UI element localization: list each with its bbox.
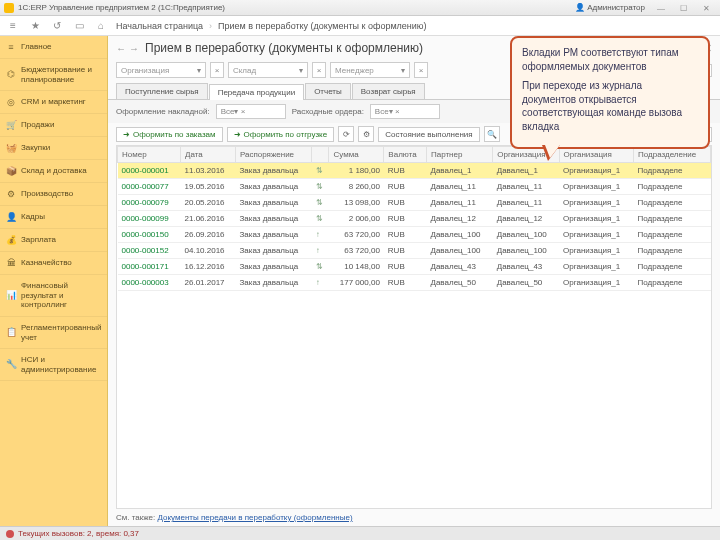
col-header[interactable]: Номер (118, 147, 181, 163)
action-by-orders[interactable]: ➜Оформить по заказам (116, 127, 223, 142)
footer-link[interactable]: Документы передачи в переработку (оформл… (158, 513, 353, 522)
sidebar: ≡Главное⌬Бюджетирование и планирование◎C… (0, 36, 108, 526)
tab-2[interactable]: Отчеты (305, 83, 351, 99)
sidebar-item-11[interactable]: 📋Регламентированный учет (0, 317, 107, 349)
maximize-button[interactable]: ☐ (673, 4, 693, 13)
main-toolbar: ≡ ★ ↺ ▭ ⌂ Начальная страница › Прием в п… (0, 16, 720, 36)
footer-link-row: См. также: Документы передачи в перерабо… (108, 509, 720, 526)
table-row[interactable]: 0000-00000111.03.2016Заказ давальца⇅1 18… (118, 163, 711, 179)
back-icon[interactable]: ← (116, 43, 126, 54)
subfilter-label1: Оформление накладной: (116, 107, 210, 116)
breadcrumb-sep: › (209, 21, 212, 31)
sidebar-icon: ⚙ (6, 189, 16, 199)
sidebar-label: Регламентированный учет (21, 323, 101, 342)
sidebar-label: Финансовый результат и контроллинг (21, 281, 101, 310)
table-row[interactable]: 0000-00015026.09.2016Заказ давальца↑63 7… (118, 227, 711, 243)
star-icon[interactable]: ★ (28, 19, 42, 33)
tab-3[interactable]: Возврат сырья (352, 83, 425, 99)
filter-mgr-clear[interactable]: × (414, 62, 428, 78)
grid[interactable]: НомерДатаРаспоряжениеСуммаВалютаПартнерО… (116, 145, 712, 509)
home-icon[interactable]: ⌂ (94, 19, 108, 33)
table-row[interactable]: 0000-00007719.05.2016Заказ давальца⇅8 26… (118, 179, 711, 195)
sidebar-item-8[interactable]: 💰Зарплата (0, 229, 107, 252)
refresh-icon[interactable]: ⟳ (338, 126, 354, 142)
sidebar-item-12[interactable]: 🔧НСИ и администрирование (0, 349, 107, 381)
action-by-shipment[interactable]: ➜Оформить по отгрузке (227, 127, 335, 142)
sidebar-item-5[interactable]: 📦Склад и доставка (0, 160, 107, 183)
subfilter-order[interactable]: Все ▾ × (370, 104, 440, 119)
doc-icon[interactable]: ▭ (72, 19, 86, 33)
subfilter-label2: Расходные ордера: (292, 107, 364, 116)
sidebar-item-0[interactable]: ≡Главное (0, 36, 107, 59)
arrow-icon: ➜ (234, 130, 241, 139)
filter-org[interactable]: Организация▾ (116, 62, 206, 78)
sidebar-item-2[interactable]: ◎CRM и маркетинг (0, 91, 107, 114)
col-header[interactable]: Партнер (426, 147, 492, 163)
window-buttons: — ☐ ✕ (651, 3, 716, 13)
sidebar-item-1[interactable]: ⌬Бюджетирование и планирование (0, 59, 107, 91)
menu-icon[interactable]: ≡ (6, 19, 20, 33)
sidebar-item-10[interactable]: 📊Финансовый результат и контроллинг (0, 275, 107, 317)
table-row[interactable]: 0000-00009921.06.2016Заказ давальца⇅2 00… (118, 211, 711, 227)
sidebar-item-7[interactable]: 👤Кадры (0, 206, 107, 229)
statusbar: Текущих вызовов: 2, время: 0,37 (0, 526, 720, 540)
sidebar-label: Склад и доставка (21, 166, 87, 176)
status-text: Текущих вызовов: 2, время: 0,37 (18, 529, 139, 538)
status-exec-button[interactable]: Состояние выполнения (378, 127, 480, 142)
col-header[interactable] (312, 147, 329, 163)
filter-sklad[interactable]: Склад▾ (228, 62, 308, 78)
col-header[interactable]: Валюта (384, 147, 427, 163)
filter-mgr[interactable]: Менеджер▾ (330, 62, 410, 78)
breadcrumb: Начальная страница › Прием в переработку… (116, 21, 427, 31)
sidebar-item-4[interactable]: 🧺Закупки (0, 137, 107, 160)
callout-p2: При переходе из журнала документов откры… (522, 79, 698, 133)
status-dot-icon (6, 530, 14, 538)
sidebar-icon: 💰 (6, 235, 16, 245)
tab-1[interactable]: Передача продукции (209, 84, 304, 100)
minimize-button[interactable]: — (651, 4, 671, 13)
breadcrumb-home[interactable]: Начальная страница (116, 21, 203, 31)
sidebar-icon: 🧺 (6, 143, 16, 153)
filter-sklad-clear[interactable]: × (312, 62, 326, 78)
fwd-icon[interactable]: → (129, 43, 139, 54)
col-header[interactable]: Распоряжение (235, 147, 311, 163)
filter-org-clear[interactable]: × (210, 62, 224, 78)
sidebar-label: Кадры (21, 212, 45, 222)
sidebar-label: НСИ и администрирование (21, 355, 101, 374)
sidebar-icon: 🔧 (6, 360, 16, 370)
window-title: 1С:ERP Управление предприятием 2 (1С:Пре… (18, 3, 575, 12)
sidebar-icon: ◎ (6, 97, 16, 107)
user-label[interactable]: 👤 Администратор (575, 3, 645, 12)
sidebar-icon: 📦 (6, 166, 16, 176)
subfilter-nakl[interactable]: Все ▾ × (216, 104, 286, 119)
sidebar-icon: 📊 (6, 291, 16, 301)
col-header[interactable]: Сумма (329, 147, 384, 163)
callout-tail-icon (542, 145, 560, 161)
table-row[interactable]: 0000-00015204.10.2016Заказ давальца↑63 7… (118, 243, 711, 259)
sidebar-item-3[interactable]: 🛒Продажи (0, 114, 107, 137)
sidebar-item-9[interactable]: 🏛Казначейство (0, 252, 107, 275)
history-icon[interactable]: ↺ (50, 19, 64, 33)
sidebar-item-6[interactable]: ⚙Производство (0, 183, 107, 206)
table-row[interactable]: 0000-00000326.01.2017Заказ давальца↑177 … (118, 275, 711, 291)
table-row[interactable]: 0000-00007920.05.2016Заказ давальца⇅13 0… (118, 195, 711, 211)
sidebar-label: Зарплата (21, 235, 56, 245)
sidebar-icon: ≡ (6, 42, 16, 52)
search-icon[interactable]: 🔍 (484, 126, 500, 142)
table-row[interactable]: 0000-00017116.12.2016Заказ давальца⇅10 1… (118, 259, 711, 275)
sidebar-icon: ⌬ (6, 70, 16, 80)
sidebar-label: Главное (21, 42, 52, 52)
tab-0[interactable]: Поступление сырья (116, 83, 208, 99)
callout-p1: Вкладки РМ соответствуют типам оформляем… (522, 46, 698, 73)
sidebar-label: Продажи (21, 120, 54, 130)
sidebar-icon: 👤 (6, 212, 16, 222)
sidebar-label: Производство (21, 189, 73, 199)
app-icon (4, 3, 14, 13)
col-header[interactable]: Дата (181, 147, 236, 163)
callout: Вкладки РМ соответствуют типам оформляем… (510, 36, 710, 149)
breadcrumb-page[interactable]: Прием в переработку (документы к оформле… (218, 21, 427, 31)
sidebar-icon: 🛒 (6, 120, 16, 130)
sidebar-label: Закупки (21, 143, 50, 153)
close-button[interactable]: ✕ (696, 4, 716, 13)
settings-icon[interactable]: ⚙ (358, 126, 374, 142)
